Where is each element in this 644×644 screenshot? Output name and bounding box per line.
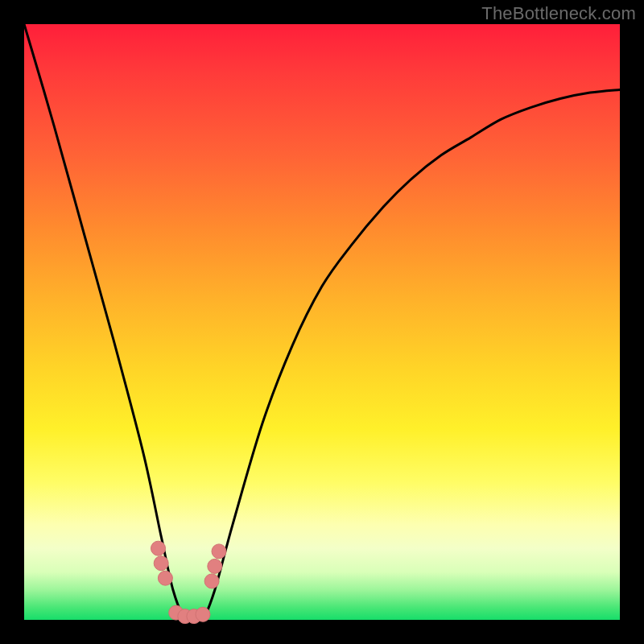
data-marker — [154, 556, 168, 571]
chart-frame: TheBottleneck.com — [0, 0, 644, 644]
curve-svg — [24, 24, 620, 620]
markers-group — [151, 541, 227, 623]
data-marker — [196, 607, 210, 621]
data-marker — [158, 571, 172, 585]
watermark-text: TheBottleneck.com — [481, 3, 636, 24]
data-marker — [212, 544, 226, 559]
bottleneck-curve — [24, 24, 620, 622]
plot-area — [24, 24, 620, 620]
data-marker — [208, 559, 222, 573]
data-marker — [204, 574, 219, 588]
data-marker — [151, 541, 166, 555]
